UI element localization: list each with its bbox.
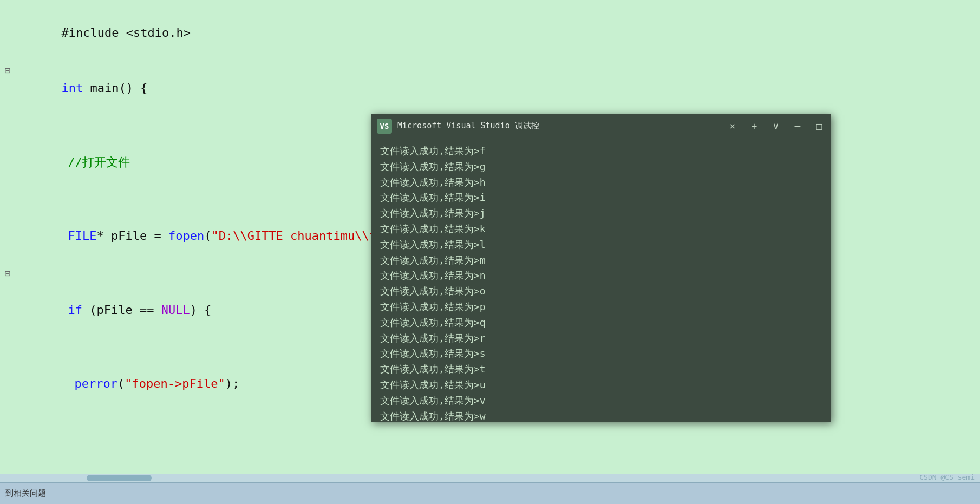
fold-2[interactable]: ⊟ (0, 63, 15, 78)
terminal-output-line: 文件读入成功,结果为>w (380, 409, 822, 422)
scrollbar-thumb[interactable] (87, 475, 152, 481)
watermark: CSDN @CS semi (919, 473, 975, 481)
fold-5[interactable]: ⊟ (0, 266, 15, 281)
terminal-content: 文件读入成功,结果为>f文件读入成功,结果为>g文件读入成功,结果为>h文件读入… (371, 138, 831, 422)
terminal-output-line: 文件读入成功,结果为>h (380, 175, 822, 191)
terminal-output-line: 文件读入成功,结果为>m (380, 253, 822, 269)
terminal-output-line: 文件读入成功,结果为>n (380, 268, 822, 284)
terminal-output-line: 文件读入成功,结果为>k (380, 221, 822, 237)
bottom-bar: 到相关问题 (0, 482, 980, 504)
code-line-2: ⊟ int main() { (0, 61, 980, 116)
terminal-add-button[interactable]: + (748, 120, 760, 132)
terminal-output-line: 文件读入成功,结果为>r (380, 331, 822, 346)
terminal-output-line: 文件读入成功,结果为>u (380, 377, 822, 393)
terminal-app-icon: VS (377, 119, 392, 134)
terminal-window[interactable]: VS Microsoft Visual Studio 调试控 × + ∨ — □… (371, 114, 831, 422)
bottom-left-text: 到相关问题 (5, 488, 46, 499)
terminal-output-line: 文件读入成功,结果为>f (380, 143, 822, 159)
terminal-titlebar: VS Microsoft Visual Studio 调试控 × + ∨ — □ (371, 114, 831, 138)
terminal-output-line: 文件读入成功,结果为>s (380, 346, 822, 362)
terminal-dropdown-button[interactable]: ∨ (770, 120, 782, 132)
terminal-controls: × + ∨ — □ (727, 120, 825, 132)
terminal-output-line: 文件读入成功,结果为>o (380, 284, 822, 299)
terminal-output-line: 文件读入成功,结果为>l (380, 237, 822, 253)
terminal-close-button[interactable]: × (727, 120, 739, 132)
horizontal-scrollbar[interactable] (0, 474, 980, 482)
terminal-minimize-button[interactable]: — (792, 120, 803, 132)
code-content-1: #include <stdio.h> (15, 5, 980, 61)
terminal-title: Microsoft Visual Studio 调试控 (397, 121, 727, 131)
terminal-output-line: 文件读入成功,结果为>i (380, 190, 822, 206)
terminal-output-line: 文件读入成功,结果为>v (380, 393, 822, 409)
terminal-output-line: 文件读入成功,结果为>j (380, 206, 822, 221)
terminal-output-line: 文件读入成功,结果为>g (380, 159, 822, 175)
terminal-maximize-button[interactable]: □ (813, 120, 825, 132)
terminal-output-line: 文件读入成功,结果为>t (380, 362, 822, 377)
terminal-output-line: 文件读入成功,结果为>q (380, 315, 822, 331)
code-content-2: int main() { (15, 61, 980, 116)
terminal-output-line: 文件读入成功,结果为>p (380, 299, 822, 315)
code-line-1: #include <stdio.h> (0, 5, 980, 61)
